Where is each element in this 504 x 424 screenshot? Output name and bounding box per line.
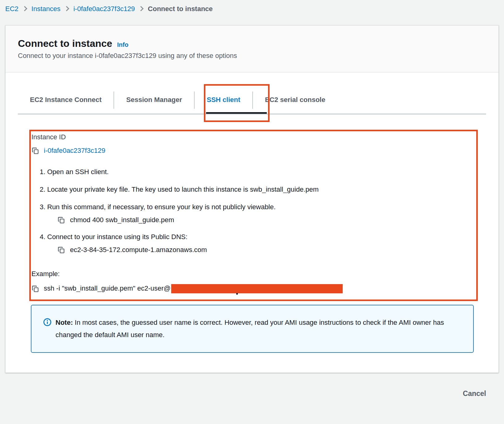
tab-list: EC2 Instance Connect Session Manager SSH… xyxy=(18,91,486,114)
step-text: Locate your private key file. The key us… xyxy=(47,185,319,194)
cancel-button[interactable]: Cancel xyxy=(463,389,486,398)
card-header: Connect to instance Info Connect to your… xyxy=(6,26,498,72)
tab-ec2-instance-connect[interactable]: EC2 Instance Connect xyxy=(18,91,114,114)
page: { "breadcrumb": { "items": [ { "label": … xyxy=(0,0,504,424)
note-text: Note: In most cases, the guessed user na… xyxy=(56,316,461,341)
tab-label: Session Manager xyxy=(126,96,182,104)
instance-id-link[interactable]: i-0fafe0ac237f3c129 xyxy=(44,147,105,155)
page-subtitle: Connect to your instance i-0fafe0ac237f3… xyxy=(18,52,486,60)
page-title: Connect to instance xyxy=(18,38,112,49)
tab-label: EC2 Instance Connect xyxy=(30,96,101,104)
example-command-text: ssh -i "swb_install_guide.pem" ec2-user@ xyxy=(44,284,171,292)
copy-icon[interactable] xyxy=(57,216,65,224)
ssh-client-panel: Instance ID i-0fafe0ac237f3c129 1. Open … xyxy=(6,130,498,353)
tabs-section: EC2 Instance Connect Session Manager SSH… xyxy=(6,72,498,114)
step-3: 3. Run this command, if necessary, to en… xyxy=(31,202,476,212)
step-text: Run this command, if necessary, to ensur… xyxy=(47,202,276,212)
example-label: Example: xyxy=(31,270,476,278)
breadcrumb-instances[interactable]: Instances xyxy=(31,5,60,13)
info-link[interactable]: Info xyxy=(117,41,129,48)
note-prefix: Note: xyxy=(56,319,73,326)
tab-ssh-client[interactable]: SSH client xyxy=(195,91,252,114)
chevron-right-icon xyxy=(64,6,69,11)
note-body: In most cases, the guessed user name is … xyxy=(56,319,444,339)
public-dns-value: ec2-3-84-35-172.compute-1.amazonaws.com xyxy=(70,246,207,254)
step-text: Connect to your instance using its Publi… xyxy=(47,232,188,242)
breadcrumb-ec2[interactable]: EC2 xyxy=(5,5,19,13)
step-4: 4. Connect to your instance using its Pu… xyxy=(31,232,476,242)
chevron-right-icon xyxy=(22,6,27,11)
breadcrumb-current: Connect to instance xyxy=(148,5,213,13)
chevron-right-icon xyxy=(138,6,144,11)
tab-label: SSH client xyxy=(207,96,240,104)
tab-session-manager[interactable]: Session Manager xyxy=(114,91,194,114)
breadcrumb-instance-id[interactable]: i-0fafe0ac237f3c129 xyxy=(73,5,135,13)
info-circle-icon xyxy=(43,318,52,328)
tab-ec2-serial-console[interactable]: EC2 serial console xyxy=(253,91,337,114)
public-dns-row: ec2-3-84-35-172.compute-1.amazonaws.com xyxy=(57,246,476,254)
chmod-command-row: chmod 400 swb_install_guide.pem xyxy=(57,216,476,224)
step-2: 2. Locate your private key file. The key… xyxy=(31,185,476,194)
redaction-bar xyxy=(171,284,343,293)
step-number: 1. xyxy=(36,167,45,177)
example-command: ssh -i "swb_install_guide.pem" ec2-user@ xyxy=(44,284,343,293)
step-text: Open an SSH client. xyxy=(47,167,109,177)
ssh-steps: 1. Open an SSH client. 2. Locate your pr… xyxy=(31,167,476,254)
note-banner: Note: In most cases, the guessed user na… xyxy=(31,305,474,353)
step-number: 3. xyxy=(36,202,45,212)
copy-icon[interactable] xyxy=(31,285,39,293)
copy-icon[interactable] xyxy=(31,147,39,155)
tab-label: EC2 serial console xyxy=(265,96,325,104)
step-number: 2. xyxy=(36,185,45,194)
step-number: 4. xyxy=(36,232,45,242)
step-1: 1. Open an SSH client. xyxy=(31,167,476,177)
chmod-command: chmod 400 swb_install_guide.pem xyxy=(70,216,174,224)
connect-card: Connect to instance Info Connect to your… xyxy=(5,25,499,373)
copy-icon[interactable] xyxy=(57,246,65,254)
instance-id-row: i-0fafe0ac237f3c129 xyxy=(31,147,476,155)
instance-id-label: Instance ID xyxy=(31,133,476,141)
breadcrumb: EC2 Instances i-0fafe0ac237f3c129 Connec… xyxy=(0,0,504,13)
annotation-box-content: Instance ID i-0fafe0ac237f3c129 1. Open … xyxy=(29,130,478,301)
example-command-row: ssh -i "swb_install_guide.pem" ec2-user@ xyxy=(31,284,476,293)
footer: Cancel xyxy=(0,373,504,398)
